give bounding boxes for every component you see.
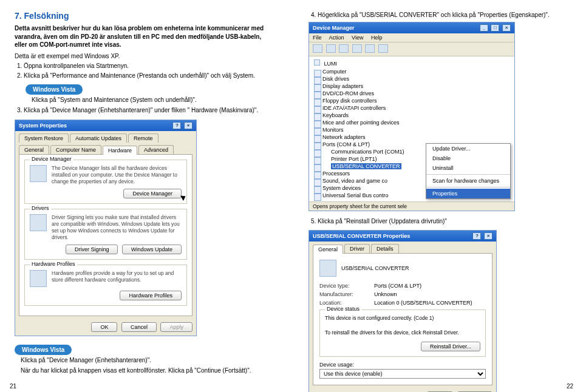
toolbar-icon[interactable] <box>339 44 349 53</box>
dev-item[interactable]: Universal Serial Bus contro <box>313 192 422 199</box>
driver-signing-button[interactable]: Driver Signing <box>66 245 118 254</box>
vista-continue-text: När du har klickat på knappen visas ett … <box>21 367 274 375</box>
toolbar-icon[interactable] <box>352 44 362 53</box>
toolbar-icon[interactable] <box>365 44 375 53</box>
usb-serial-properties-window: USB/SERIAL CONVERTER Properties ? × Gene… <box>309 230 497 392</box>
device-list: Computer Disk drives Display adapters DV… <box>313 68 422 199</box>
minimize-icon[interactable]: _ <box>480 24 488 32</box>
dev-item[interactable]: Display adapters <box>313 83 422 90</box>
group-device-manager: Device Manager The Device Manager lists … <box>24 160 187 204</box>
device-manager-window: Device Manager _ □ × File Action View He… <box>309 22 515 211</box>
ctx-disable[interactable]: Disable <box>426 154 510 163</box>
ok-button[interactable]: OK <box>91 322 117 332</box>
status-group-title: Device status <box>325 306 361 312</box>
dev-item[interactable]: Monitors <box>313 126 422 133</box>
dev-usb-serial[interactable]: USB/SERIAL CONVERTER <box>313 163 422 170</box>
group-title-hw: Hardware Profiles <box>30 261 77 267</box>
step-4: 4. Högerklicka på "USB/SERIAL CONVERTER"… <box>311 11 568 19</box>
props-tabs: General Driver Details <box>309 242 496 253</box>
toolbar-icon[interactable] <box>313 44 322 53</box>
dm-menubar: File Action View Help <box>309 33 514 42</box>
status-line2: To reinstall the drivers for this device… <box>325 329 480 337</box>
context-menu: Update Driver... Disable Uninstall Scan … <box>426 143 511 199</box>
example-note: Detta är ett exempel med Windows XP. <box>15 53 274 59</box>
drivers-desc: Driver Signing lets you make sure that i… <box>52 214 182 241</box>
dev-subitem[interactable]: Printer Port (LPT1) <box>313 155 422 163</box>
menu-view[interactable]: View <box>352 35 363 41</box>
val-mfr: Unknown <box>374 291 397 297</box>
tab-driver[interactable]: Driver <box>344 244 370 253</box>
tab-remote[interactable]: Remote <box>128 133 159 143</box>
tab-details[interactable]: Details <box>371 244 399 253</box>
usage-label: Device usage: <box>319 362 486 368</box>
close-icon[interactable]: × <box>502 24 511 32</box>
steps-list-left: 1. Öppna kontrollpanelen via Startmenyn.… <box>17 62 274 80</box>
dev-item[interactable]: Computer <box>313 68 422 75</box>
tabs-row-2: General Computer Name Hardware Advanced <box>15 143 196 154</box>
tree-root[interactable]: LUMI <box>313 59 422 68</box>
lab-loc: Location: <box>319 300 374 306</box>
windows-vista-pill-bottom: Windows Vista <box>15 345 72 355</box>
dev-item[interactable]: Disk drives <box>313 75 422 83</box>
close-icon[interactable]: × <box>484 232 493 240</box>
toolbar-icon[interactable] <box>326 44 336 53</box>
help-icon[interactable]: ? <box>172 122 181 129</box>
tab-system-restore[interactable]: System Restore <box>19 133 69 143</box>
ctx-scan[interactable]: Scan for hardware changes <box>426 176 510 186</box>
tab-computer-name[interactable]: Computer Name <box>50 145 101 154</box>
menu-help[interactable]: Help <box>371 35 383 41</box>
dev-item[interactable]: System devices <box>313 184 422 192</box>
dev-item[interactable]: Network adapters <box>313 133 422 141</box>
dev-item[interactable]: Floppy disk controllers <box>313 97 422 104</box>
left-column: 7. Felsökning Detta avsnitt beskriver hu… <box>0 0 292 392</box>
group-title-dm: Device Manager <box>30 156 73 162</box>
ctx-uninstall[interactable]: Uninstall <box>426 163 510 173</box>
tab-auto-updates[interactable]: Automatic Updates <box>70 133 127 143</box>
dm-title: Device Manager <box>313 25 355 31</box>
reinstall-driver-button[interactable]: Reinstall Driver... <box>421 342 480 351</box>
device-manager-button[interactable]: Device Manager <box>123 189 182 198</box>
dev-item[interactable]: DVD/CD-ROM drives <box>313 90 422 97</box>
dev-item[interactable]: Sound, video and game co <box>313 177 422 184</box>
ctx-update-driver[interactable]: Update Driver... <box>426 144 510 154</box>
dev-item[interactable]: Processors <box>313 170 422 177</box>
props-titlebar: USB/SERIAL CONVERTER Properties ? × <box>309 231 496 242</box>
vista-substep-2: Klicka på "System and Maintenance (Syste… <box>32 96 274 104</box>
tab-hardware[interactable]: Hardware <box>103 146 137 155</box>
props-footer: OK Cancel <box>309 389 496 392</box>
window-buttons: ? × <box>171 122 193 129</box>
hw-desc: Hardware profiles provide a way for you … <box>52 270 182 283</box>
intro-text: Detta avsnitt beskriver hur du kan lösa … <box>15 24 274 49</box>
menu-action[interactable]: Action <box>329 35 344 41</box>
vista-dm-text: Klicka på "Device Manager (Enhetshantera… <box>21 356 274 365</box>
dev-item[interactable]: Ports (COM & LPT) <box>313 141 422 148</box>
menu-file[interactable]: File <box>313 35 322 41</box>
ctx-properties[interactable]: Properties <box>426 189 510 198</box>
dev-item[interactable]: Mice and other pointing devices <box>313 119 422 126</box>
toolbar-icon[interactable] <box>378 44 388 53</box>
usage-row: Device usage: Use this device (enable) <box>319 362 486 379</box>
tab-advanced[interactable]: Advanced <box>138 145 174 154</box>
step-5: 5. Klicka på "Reinstall Driver (Uppdater… <box>311 217 568 226</box>
group-drivers: Drivers Driver Signing lets you make sur… <box>24 209 187 260</box>
tab-general[interactable]: General <box>19 145 49 154</box>
status-line1: This device is not configured correctly.… <box>325 315 480 322</box>
close-icon[interactable]: × <box>184 122 193 129</box>
windows-update-button[interactable]: Windows Update <box>122 245 182 254</box>
steps-list-right-2: 5. Klicka på "Reinstall Driver (Uppdater… <box>311 217 568 226</box>
apply-button[interactable]: Apply <box>160 322 193 332</box>
hardware-profiles-button[interactable]: Hardware Profiles <box>120 291 182 300</box>
maximize-icon[interactable]: □ <box>491 24 499 32</box>
device-usage-select[interactable]: Use this device (enable) <box>319 369 486 379</box>
group-title-drivers: Drivers <box>30 205 51 211</box>
dev-item[interactable]: IDE ATA/ATAPI controllers <box>313 104 422 112</box>
val-loc: Location 0 (USB/SERIAL CONVERTER) <box>374 300 472 306</box>
help-icon[interactable]: ? <box>472 232 481 240</box>
cancel-button[interactable]: Cancel <box>121 322 157 332</box>
window-title: System Properties <box>19 123 67 129</box>
dev-subitem[interactable]: Communications Port (COM1) <box>313 148 422 155</box>
tab-general[interactable]: General <box>313 245 343 254</box>
dev-item[interactable]: Keyboards <box>313 112 422 119</box>
device-icon <box>319 260 336 277</box>
step-1: 1. Öppna kontrollpanelen via Startmenyn. <box>17 62 274 70</box>
